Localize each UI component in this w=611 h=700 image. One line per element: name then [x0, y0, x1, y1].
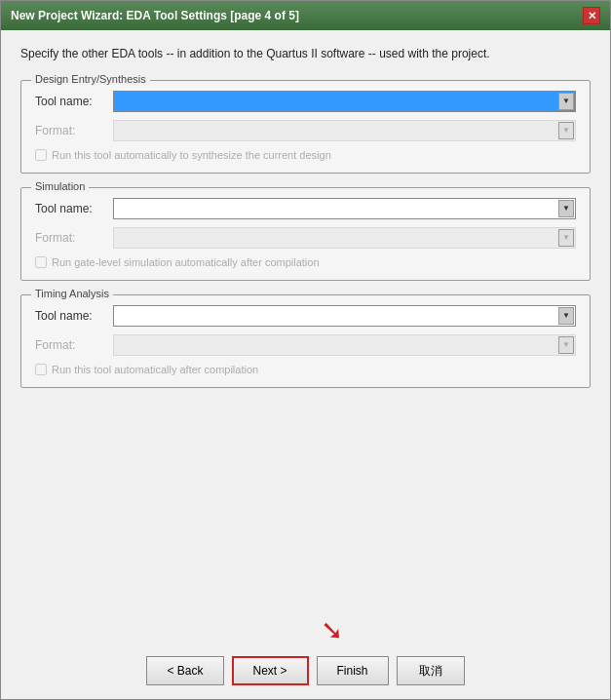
sim-checkbox-row: Run gate-level simulation automatically … — [35, 256, 576, 268]
simulation-section: Simulation Tool name: ▼ Format: ▼ — [20, 187, 591, 281]
timing-tool-select-wrapper: ▼ — [113, 305, 576, 327]
finish-button[interactable]: Finish — [317, 656, 389, 685]
design-entry-section: Design Entry/Synthesis Tool name: ▼ Form… — [20, 80, 591, 174]
design-tool-row: Tool name: ▼ — [35, 91, 576, 112]
sim-format-row: Format: ▼ — [35, 227, 576, 249]
timing-checkbox-label: Run this tool automatically after compil… — [52, 364, 258, 375]
sim-tool-row: Tool name: ▼ — [35, 198, 576, 219]
simulation-label: Simulation — [31, 180, 89, 192]
next-button[interactable]: Next > — [232, 656, 309, 685]
design-tool-label: Tool name: — [35, 95, 113, 108]
title-bar: New Project Wizard: EDA Tool Settings [p… — [1, 1, 610, 30]
design-format-select — [113, 120, 576, 141]
timing-format-row: Format: ▼ — [35, 334, 576, 356]
sim-format-select — [113, 227, 576, 249]
design-entry-label: Design Entry/Synthesis — [31, 73, 150, 85]
timing-tool-row: Tool name: ▼ — [35, 305, 576, 327]
sim-tool-label: Tool name: — [35, 202, 113, 215]
timing-tool-select[interactable] — [113, 305, 576, 327]
design-tool-select-wrapper: ▼ — [113, 91, 576, 112]
design-format-row: Format: ▼ — [35, 120, 576, 141]
window-title: New Project Wizard: EDA Tool Settings [p… — [11, 9, 299, 22]
timing-checkbox — [35, 364, 47, 375]
design-format-label: Format: — [35, 124, 113, 137]
wizard-content: Specify the other EDA tools -- in additi… — [1, 30, 610, 646]
close-button[interactable]: ✕ — [583, 7, 600, 24]
design-checkbox-row: Run this tool automatically to synthesiz… — [35, 149, 576, 161]
wizard-footer: ➘ < Back Next > Finish 取消 — [1, 646, 610, 699]
wizard-window: New Project Wizard: EDA Tool Settings [p… — [0, 0, 611, 700]
sim-checkbox-label: Run gate-level simulation automatically … — [52, 256, 320, 268]
sim-tool-select-wrapper: ▼ — [113, 198, 576, 219]
cancel-button[interactable]: 取消 — [397, 656, 465, 685]
next-arrow-indicator: ➘ — [321, 617, 343, 644]
design-checkbox-label: Run this tool automatically to synthesiz… — [52, 149, 331, 161]
sim-tool-select[interactable] — [113, 198, 576, 219]
sim-format-label: Format: — [35, 231, 113, 245]
sim-checkbox — [35, 256, 47, 268]
sim-format-select-wrapper: ▼ — [113, 227, 576, 249]
back-button[interactable]: < Back — [146, 656, 223, 685]
timing-label: Timing Analysis — [31, 288, 113, 299]
timing-format-select — [113, 334, 576, 356]
timing-format-select-wrapper: ▼ — [113, 334, 576, 356]
timing-section: Timing Analysis Tool name: ▼ Format: ▼ — [20, 294, 591, 388]
design-checkbox — [35, 149, 47, 161]
timing-tool-label: Tool name: — [35, 309, 113, 323]
wizard-description: Specify the other EDA tools -- in additi… — [20, 46, 591, 62]
timing-checkbox-row: Run this tool automatically after compil… — [35, 364, 576, 375]
design-format-select-wrapper: ▼ — [113, 120, 576, 141]
timing-format-label: Format: — [35, 338, 113, 352]
design-tool-select[interactable] — [113, 91, 576, 112]
